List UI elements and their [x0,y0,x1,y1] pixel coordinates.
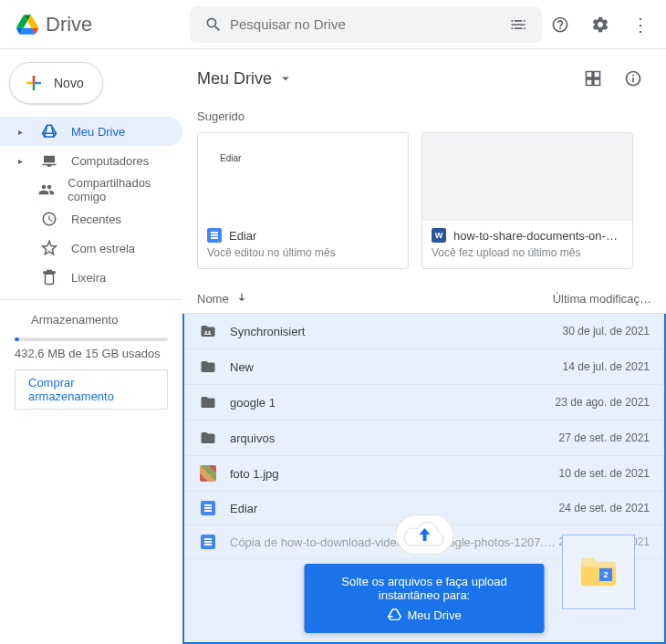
file-row[interactable]: Cópia de how-to-download-video-from-goog… [184,525,664,559]
image-icon [199,465,217,482]
file-name: Ediar [230,502,559,515]
file-row[interactable]: Ediar 24 de set. de 2021 [184,492,664,525]
buy-storage-button[interactable]: Comprar armazenamento [15,369,168,410]
search-input[interactable] [230,16,502,32]
drag-count-badge: 2 [599,568,612,581]
suggested-subtitle: Você editou no último mês [207,246,399,259]
suggested-card[interactable]: how-to-share-documents-on-google-… Você … [421,132,633,269]
gdoc-icon [199,535,217,549]
storage-label: Armazenamento [31,313,118,327]
column-name[interactable]: Nome [197,291,249,306]
file-row[interactable]: arquivos 27 de set. de 2021 [184,421,664,456]
drive-logo-icon [16,15,38,35]
breadcrumb[interactable]: Meu Drive [197,69,294,88]
column-modified[interactable]: Última modificaç… [553,292,651,306]
sidebar-item-compartilhados-comigo[interactable]: Compartilhados comigo [0,175,182,204]
expand-icon[interactable]: ▸ [18,127,27,137]
nav-label: Com estrela [71,242,135,255]
nav-label: Computadores [71,154,149,168]
file-name: foto 1.jpg [230,467,559,481]
storage-used-text: 432,6 MB de 15 GB usados [15,347,168,360]
sidebar-item-computadores[interactable]: ▸ Computadores [0,146,182,175]
file-date: 10 de set. de 2021 [559,467,650,480]
help-icon[interactable] [542,6,578,43]
file-row[interactable]: foto 1.jpg 10 de set. de 2021 [184,456,664,492]
file-row[interactable]: google 1 23 de ago. de 2021 [184,385,664,421]
search-options-icon[interactable] [502,8,535,41]
nav-icon [40,152,58,169]
plus-icon [23,72,45,94]
shared-folder-icon [199,323,217,339]
gdoc-icon [207,228,222,243]
drop-banner: Solte os arquivos e faça upload instantâ… [305,564,545,633]
file-name: New [230,360,563,374]
info-icon[interactable] [615,60,651,97]
file-name: google 1 [230,396,556,410]
breadcrumb-label: Meu Drive [197,69,272,88]
nav-label: Recentes [71,213,121,226]
expand-icon[interactable]: ▸ [18,156,27,166]
suggested-thumb: Ediar [198,133,408,221]
sidebar-item-lixeira[interactable]: Lixeira [0,263,182,292]
svg-point-0 [205,331,207,333]
folder-icon [199,430,217,446]
nav-icon [40,269,58,286]
nav-icon [40,211,58,227]
app-name: Drive [46,13,92,36]
settings-icon[interactable] [582,6,619,43]
nav-icon [38,182,55,198]
nav-icon [40,240,58,256]
suggested-title: how-to-share-documents-on-google-… [453,229,623,243]
new-button[interactable]: Novo [9,62,103,104]
file-date: 24 de set. de 2021 [559,502,650,514]
word-icon [432,228,446,243]
sidebar-item-storage[interactable]: Armazenamento [15,309,168,330]
file-row[interactable]: Synchronisiert 30 de jul. de 2021 [184,314,664,349]
sidebar-item-com-estrela[interactable]: Com estrela [0,234,182,263]
nav-label: Lixeira [71,271,106,285]
file-name: Synchronisiert [230,325,563,338]
folder-icon [199,358,217,375]
search-bar[interactable] [190,6,542,43]
suggested-card[interactable]: Ediar Ediar Você editou no último mês [197,132,409,269]
file-date: 23 de ago. de 2021 [556,396,650,409]
chevron-down-icon [277,70,294,87]
file-list-dropzone[interactable]: Synchronisiert 30 de jul. de 2021 New 14… [182,314,666,644]
suggested-title: Ediar [229,229,256,243]
file-row[interactable]: New 14 de jul. de 2021 [184,349,664,385]
sidebar: Novo ▸ Meu Drive▸ Computadores Compartil… [0,49,182,644]
main-content: Meu Drive Sugerido Ediar Ediar Você edit… [182,49,666,644]
file-date: 27 de set. de 2021 [559,431,650,444]
file-name: Cópia de how-to-download-video-from-goog… [230,535,559,549]
new-button-label: Novo [54,76,84,90]
folder-icon [199,394,217,410]
drop-target-label: Meu Drive [407,608,461,622]
suggested-heading: Sugerido [182,106,666,132]
list-header: Nome Última modificaç… [182,286,666,314]
suggested-thumb [422,133,632,221]
logo-area[interactable]: Drive [7,13,190,36]
drop-banner-text: Solte os arquivos e faça upload instantâ… [328,575,521,602]
file-date: 30 de jul. de 2021 [563,325,650,338]
search-icon[interactable] [197,8,230,41]
sidebar-item-meu-drive[interactable]: ▸ Meu Drive [0,117,182,146]
nav-label: Compartilhados comigo [68,176,172,203]
view-toggle-icon[interactable] [575,60,611,97]
sidebar-item-recentes[interactable]: Recentes [0,204,182,234]
drive-small-icon [387,608,401,622]
arrow-down-icon [234,291,249,306]
gdoc-icon [199,501,217,515]
more-icon[interactable]: ⋮ [622,6,659,43]
svg-point-1 [208,331,210,333]
suggested-subtitle: Você fez upload no último mês [432,246,623,259]
file-date: 14 de jul. de 2021 [563,360,650,373]
file-name: arquivos [230,431,559,445]
nav-label: Meu Drive [71,125,125,139]
file-date: 24 de set. de 2021 [559,535,650,548]
nav-icon [40,123,58,140]
storage-bar [15,338,168,341]
